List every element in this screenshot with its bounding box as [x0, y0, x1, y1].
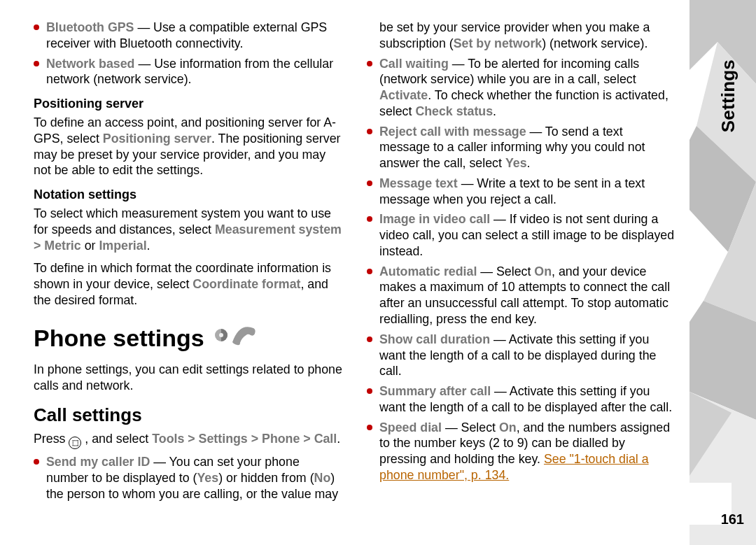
bullet-bold: Reject call with message — [379, 125, 529, 139]
notation-paragraph-2: To define in which format the coordinate… — [34, 260, 342, 308]
bullet-bold: Speed dial — [379, 420, 445, 434]
list-item: Show call duration — Activate this setti… — [367, 332, 676, 379]
list-item: Speed dial — Select On, and the numbers … — [367, 420, 676, 483]
list-item: Image in video call — If video is not se… — [367, 211, 676, 259]
text-run: — Select — [445, 420, 499, 434]
phone-settings-heading: Phone settings — [34, 321, 342, 357]
text-run: . — [493, 104, 496, 118]
bullet-bold: Network based — [46, 57, 138, 71]
text-bold: Yes — [505, 156, 527, 170]
text-bold: Imperial — [99, 239, 146, 253]
list-item: Call waiting — To be alerted for incomin… — [367, 56, 676, 120]
text-bold: Coordinate format — [192, 277, 300, 291]
bullet-bold: Summary after call — [379, 384, 494, 398]
text-bold: Phone — [262, 432, 300, 446]
manual-page-content: Bluetooth GPS — Use a compatible externa… — [0, 0, 690, 545]
text-bold: > — [300, 432, 314, 446]
text-run: ) (network service). — [542, 36, 648, 50]
page-number: 161 — [721, 511, 744, 528]
text-bold: Yes — [197, 471, 218, 485]
list-item: Reject call with message — To send a tex… — [367, 124, 676, 171]
positioning-server-paragraph: To define an access point, and positioni… — [34, 115, 342, 178]
text-run: . — [337, 432, 340, 446]
text-bold: Tools — [152, 432, 184, 446]
text-run: . — [147, 239, 150, 253]
text-bold: Check status — [415, 104, 493, 118]
text-bold: Set by network — [454, 36, 542, 50]
text-run: , and select — [81, 432, 152, 446]
text-bold: Measurement system — [215, 222, 342, 236]
bullet-bold: Automatic redial — [379, 264, 480, 278]
bullet-bold: Message text — [379, 176, 461, 190]
notation-paragraph-1: To select which measurement system you w… — [34, 206, 342, 253]
text-bold: Positioning server — [103, 132, 211, 146]
heading-text: Phone settings — [34, 323, 204, 354]
list-item: Network based — Use information from the… — [34, 56, 342, 88]
bullet-bold: Image in video call — [379, 212, 493, 226]
list-item: Automatic redial — Select On, and your d… — [367, 264, 676, 327]
side-section-title: Settings — [718, 59, 739, 132]
right-margin-decor: Settings 161 — [690, 0, 756, 545]
text-run: ) or hidden from — [218, 471, 307, 485]
text-run: or — [81, 239, 99, 253]
list-item: Bluetooth GPS — Use a compatible externa… — [34, 20, 342, 52]
text-bold: On — [499, 420, 517, 434]
list-item: Message text — Write a text to be sent i… — [367, 176, 676, 208]
positioning-server-heading: Positioning server — [34, 96, 342, 112]
text-bold: On — [534, 264, 552, 278]
bullet-bold: Show call duration — [379, 332, 493, 346]
text-bold: No — [314, 471, 331, 485]
svg-point-1 — [219, 333, 223, 337]
home-key-icon: ⬚ — [69, 437, 81, 449]
call-settings-path: Press ⬚ , and select Tools > Settings > … — [34, 431, 342, 447]
text-run: — Select — [480, 264, 534, 278]
notation-settings-heading: Notation settings — [34, 187, 342, 203]
bullet-bold: Send my caller ID — [46, 455, 153, 469]
text-bold: Metric — [44, 239, 80, 253]
text-bold: Activate — [379, 88, 428, 102]
gps-method-list: Bluetooth GPS — Use a compatible externa… — [34, 20, 342, 87]
bullet-bold: Call waiting — [379, 57, 452, 71]
text-bold: > — [34, 239, 44, 253]
text-bold: > — [248, 432, 262, 446]
text-bold: Settings — [199, 432, 248, 446]
list-item: Summary after call — Activate this setti… — [367, 383, 676, 416]
text-bold: Call — [314, 432, 337, 446]
text-run: Press — [34, 432, 69, 446]
bullet-bold: Bluetooth GPS — [46, 20, 134, 34]
text-bold: > — [184, 432, 198, 446]
phone-settings-intro: In phone settings, you can edit settings… — [34, 362, 342, 394]
call-settings-heading: Call settings — [34, 404, 342, 427]
phone-settings-icon — [211, 321, 256, 357]
text-run: . — [527, 156, 531, 170]
